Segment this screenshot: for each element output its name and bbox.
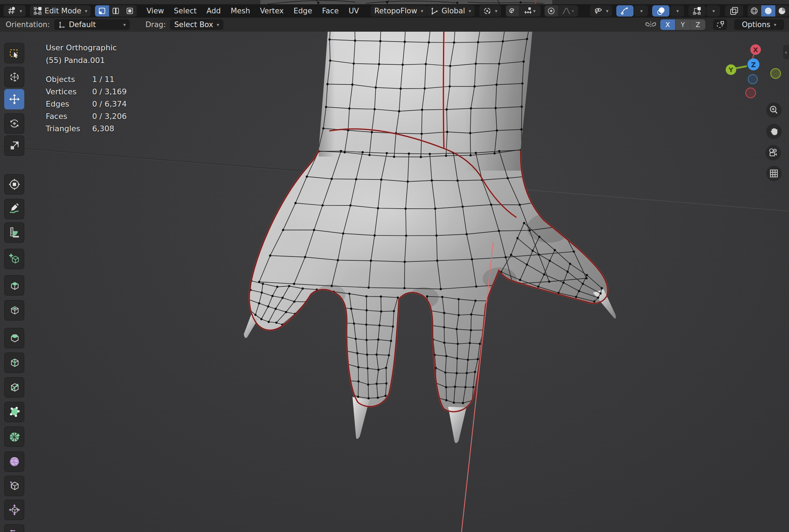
rotate-icon xyxy=(8,118,20,129)
pivot-point-dropdown[interactable] xyxy=(479,5,501,17)
knife-icon xyxy=(8,381,20,393)
snap-target-dropdown[interactable] xyxy=(519,5,540,17)
edit-mode-select-button[interactable] xyxy=(688,5,706,17)
object-visibility-eye-icon xyxy=(593,7,603,15)
camera-view-button[interactable] xyxy=(765,145,781,160)
options-dropdown[interactable]: Options xyxy=(734,19,784,30)
options-label: Options xyxy=(742,20,770,29)
stats-row: Faces0 / 3,206 xyxy=(46,110,127,122)
menu-vertex[interactable]: Vertex xyxy=(255,7,289,15)
tool-extrude-region-button[interactable] xyxy=(4,275,24,296)
snap-magnet-icon xyxy=(508,7,517,15)
orientation-dropdown[interactable]: Default xyxy=(54,19,130,30)
3d-viewport[interactable]: User Orthographic (55) Panda.001 Objects… xyxy=(0,0,789,532)
tool-smooth-button[interactable] xyxy=(4,451,24,472)
tool-spin-button[interactable] xyxy=(4,426,24,447)
zoom-button[interactable] xyxy=(766,102,782,118)
tool-shear-button[interactable] xyxy=(4,524,24,532)
tool-add-cube-button[interactable] xyxy=(4,249,24,269)
show-gizmo-button[interactable] xyxy=(616,5,634,17)
menu-view[interactable]: View xyxy=(141,7,169,15)
upper-area-sliver xyxy=(0,0,789,4)
retopoflow-menu[interactable]: RetopoFlow xyxy=(371,5,427,17)
extrude-region-icon xyxy=(8,279,20,291)
view-mode-text: User Orthographic xyxy=(46,42,127,54)
gizmo-neg-z-ball[interactable] xyxy=(748,75,757,84)
transform-icon xyxy=(8,178,20,190)
tool-select-box-button[interactable] xyxy=(4,43,24,63)
tool-poly-build-button[interactable] xyxy=(4,402,24,422)
tool-knife-button[interactable] xyxy=(4,377,24,398)
tool-scale-button[interactable] xyxy=(4,135,24,156)
object-visibility-dropdown[interactable] xyxy=(590,5,612,17)
toggle-ortho-button[interactable] xyxy=(766,166,782,181)
overlays-dropdown[interactable] xyxy=(670,5,684,17)
scale-icon xyxy=(8,140,20,152)
gizmo-neg-y-ball[interactable] xyxy=(771,69,781,78)
tool-loop-cut-button[interactable] xyxy=(4,353,24,373)
vertex-select-button[interactable] xyxy=(95,5,109,17)
tool-bevel-button[interactable] xyxy=(4,328,24,348)
viewport-stats-overlay: User Orthographic (55) Panda.001 Objects… xyxy=(46,42,127,135)
stats-row: Edges0 / 6,374 xyxy=(46,98,127,110)
camera-view-icon xyxy=(768,147,778,158)
pivot-point-icon xyxy=(483,7,491,15)
ortho-grid-icon xyxy=(769,169,779,178)
navigation-gizmo[interactable]: X Y Z xyxy=(719,38,786,101)
mode-dropdown[interactable]: Edit Mode xyxy=(30,5,91,17)
gizmo-neg-x-ball[interactable] xyxy=(746,88,756,98)
proportional-editing-button[interactable] xyxy=(545,5,558,17)
tool-measure-button[interactable] xyxy=(4,222,24,243)
menu-face[interactable]: Face xyxy=(317,7,344,15)
snap-base-icon xyxy=(716,20,724,29)
orientation-default-icon xyxy=(58,21,66,28)
menu-select[interactable]: Select xyxy=(169,7,202,15)
tool-rotate-button[interactable] xyxy=(4,113,24,134)
face-select-button[interactable] xyxy=(123,5,136,17)
snap-increment-icon xyxy=(524,7,532,15)
edge-select-icon xyxy=(112,7,120,15)
zoom-icon xyxy=(769,105,779,115)
menu-edge[interactable]: Edge xyxy=(289,7,317,15)
pan-button[interactable] xyxy=(766,124,782,139)
tool-move-button[interactable] xyxy=(4,89,24,109)
wireframe-shading-icon xyxy=(750,7,758,15)
svg-text:X: X xyxy=(753,46,758,53)
smooth-icon xyxy=(8,456,20,468)
shear-icon xyxy=(8,528,20,532)
measure-icon xyxy=(8,227,20,239)
wireframe-shading-button[interactable] xyxy=(747,5,761,17)
tool-transform-button[interactable] xyxy=(4,174,24,195)
material-shading-button[interactable] xyxy=(775,5,789,17)
stats-row: Objects1 / 11 xyxy=(46,73,127,86)
xray-toggle-button[interactable] xyxy=(725,5,743,17)
gizmo-dropdown[interactable] xyxy=(634,5,648,17)
tool-cursor-button[interactable] xyxy=(4,67,24,87)
annotate-icon xyxy=(8,203,20,215)
transform-orientation-dropdown[interactable]: Global xyxy=(427,5,475,17)
drag-dropdown[interactable]: Select Box xyxy=(170,19,223,30)
edge-select-button[interactable] xyxy=(109,5,123,17)
mirror-y-button[interactable]: Y xyxy=(675,19,690,30)
snap-toggle-button[interactable] xyxy=(506,5,519,17)
menu-uv[interactable]: UV xyxy=(344,7,364,15)
menu-add[interactable]: Add xyxy=(202,7,226,15)
mirror-x-button[interactable]: X xyxy=(660,19,675,30)
tool-inset-faces-button[interactable] xyxy=(4,300,24,321)
menu-mesh[interactable]: Mesh xyxy=(226,7,255,15)
edit-select-dropdown[interactable] xyxy=(706,5,720,17)
tool-annotate-button[interactable] xyxy=(4,199,24,219)
editor-type-button[interactable] xyxy=(4,5,26,17)
snap-base-button[interactable] xyxy=(713,19,727,30)
material-shading-icon xyxy=(778,7,786,15)
falloff-dropdown[interactable] xyxy=(558,5,578,17)
proportional-group xyxy=(545,5,578,17)
mirror-z-button[interactable]: Z xyxy=(690,19,705,30)
show-overlays-button[interactable] xyxy=(652,5,669,17)
solid-shading-button[interactable] xyxy=(761,5,775,17)
vertex-select-icon xyxy=(98,7,106,15)
tool-edge-slide-button[interactable] xyxy=(4,476,24,496)
tool-shrink-fatten-button[interactable] xyxy=(4,500,24,520)
sidebar-collapse-tab[interactable]: ‹ xyxy=(783,45,789,59)
edit-mode-select-icon xyxy=(693,7,701,15)
